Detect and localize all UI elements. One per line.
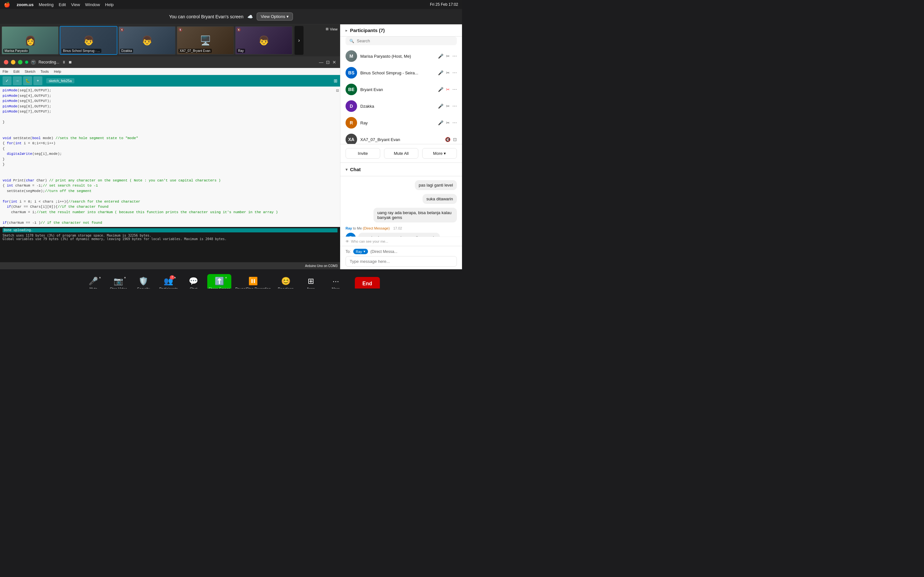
share-screen-icon: ⬆️ ▴ — [215, 277, 224, 285]
chat-message: uang ray ada berapa, bisa belanja kalau … — [346, 208, 457, 222]
participant-list: M Marisa Paryasto (Host, Me) 🎤 ✂ ⋯ BS Bi… — [341, 48, 462, 144]
video-slash-icon[interactable]: ✂ — [446, 87, 450, 92]
arduino-minimize-btn[interactable] — [11, 60, 15, 64]
mic-muted-icon[interactable]: 🔇 — [445, 137, 451, 142]
expand-editor-icon[interactable]: ⊡ — [336, 88, 339, 93]
more-icon[interactable]: ⋯ — [452, 87, 457, 92]
eye-icon: 👁 — [346, 239, 349, 243]
participant-item[interactable]: D Dzakka 🎤 ✂ ⋯ — [341, 98, 462, 114]
dm-direct-message: (Direct Message) — [363, 226, 390, 230]
arduino-fullscreen-btn[interactable] — [18, 60, 23, 64]
video-icon[interactable]: ✂ — [446, 103, 450, 109]
participant-controls: 🎤 ✂ ⋯ — [438, 103, 457, 109]
reactions-button[interactable]: 😊 Reactions — [275, 274, 297, 288]
verify-btn[interactable]: ✓ — [3, 76, 11, 85]
apple-menu[interactable]: 🍎 — [4, 2, 10, 8]
avatar: R — [346, 117, 357, 129]
menu-window[interactable]: Window — [85, 2, 100, 7]
participant-item[interactable]: BE Bryant Evan 🎤 ✂ ⋯ — [341, 81, 462, 98]
mic-icon[interactable]: 🎤 — [438, 53, 443, 59]
participant-item[interactable]: BS Binus School Simprug - Seira... 🎤 ✂ ⋯ — [341, 64, 462, 81]
upload-btn[interactable]: → — [13, 76, 22, 85]
chat-bubble: pas lagi ganti level — [415, 180, 457, 190]
arduino-editor[interactable]: pinMode(seg[3],OUTPUT); pinMode(seg[4],O… — [0, 87, 340, 227]
thumb-label-3: XA7_07_Bryant Evan — [178, 49, 212, 53]
participant-controls: 🎤 ✂ ⋯ — [438, 53, 457, 59]
code-line-3: pinMode(seg[5],OUTPUT); — [3, 98, 338, 104]
thumb-3[interactable]: 🖥️ 🔇 XA7_07_Bryant Evan — [176, 26, 234, 55]
end-button[interactable]: End — [355, 277, 380, 288]
mute-all-button[interactable]: Mute All — [384, 148, 419, 159]
thumb-0[interactable]: 👩 Marisa Paryasto — [1, 26, 59, 55]
participant-item[interactable]: XA XA7_07_Bryant Evan 🔇 ⊡ — [341, 131, 462, 144]
mic-icon[interactable]: 🎤 — [438, 120, 443, 125]
more-icon[interactable]: ⋯ — [452, 53, 457, 59]
code-line-24: charNum = i;//set the result number into… — [3, 210, 338, 215]
restore-icon[interactable]: ⊡ — [326, 60, 330, 65]
pause-recording-button[interactable]: ⏸️ Pause/Stop Recording — [234, 274, 272, 288]
to-recipient-badge[interactable]: Ray ▾ — [353, 249, 368, 254]
video-icon[interactable]: ✂ — [446, 53, 450, 59]
menu-help[interactable]: Help — [105, 2, 114, 7]
avatar: D — [346, 100, 357, 112]
arduino-menu-help[interactable]: Help — [54, 69, 61, 73]
stop-btn[interactable]: ⏹ — [68, 60, 72, 64]
recording-label: Recording... — [39, 60, 59, 64]
arduino-menu-tools[interactable]: Tools — [40, 69, 49, 73]
mic-icon[interactable]: 🎤 — [438, 103, 443, 109]
menu-meeting[interactable]: Meeting — [39, 2, 53, 7]
participants-section: ▸ Participants (7) 🔍 M Marisa Paryasto (… — [341, 24, 462, 163]
thumb-1[interactable]: 👦 Binus School Simprug - ... — [60, 26, 118, 55]
mic-icon[interactable]: 🎤 — [438, 87, 443, 92]
serial-monitor-btn[interactable]: + — [33, 76, 42, 85]
chat-button[interactable]: 💬 Chat — [182, 274, 205, 288]
video-icon[interactable]: ⊡ — [453, 137, 457, 142]
window-controls: — ⊡ ✕ — [319, 60, 336, 65]
participant-item[interactable]: M Marisa Paryasto (Host, Me) 🎤 ✂ ⋯ — [341, 48, 462, 64]
apps-button[interactable]: ⊞ Apps — [300, 274, 322, 288]
pause-btn[interactable]: ⏸ — [62, 60, 66, 64]
expand-icon[interactable]: ⊞ — [334, 78, 338, 83]
more-button[interactable]: More ▾ — [422, 148, 457, 159]
mute-button[interactable]: 🎤 ▴ Mute — [82, 274, 105, 288]
code-line-26: if(charNum == -1 )// if the character no… — [3, 220, 338, 226]
arduino-menu-file[interactable]: File — [3, 69, 8, 73]
minimize-icon[interactable]: — — [319, 60, 323, 65]
more-button[interactable]: ··· More — [325, 274, 347, 288]
view-options-button[interactable]: View Options ▾ — [257, 13, 293, 21]
stop-video-button[interactable]: 📷 ▴ Stop Video — [107, 274, 129, 288]
video-icon[interactable]: ✂ — [446, 70, 450, 75]
more-icon[interactable]: ⋯ — [452, 70, 457, 75]
thumbnail-next-button[interactable]: › — [294, 26, 304, 55]
participant-item[interactable]: R Ray 🎤 ✂ ⋯ — [341, 114, 462, 131]
security-button[interactable]: 🛡️ Security — [132, 274, 155, 288]
menu-edit[interactable]: Edit — [59, 2, 66, 7]
arduino-menu-edit[interactable]: Edit — [13, 69, 19, 73]
mic-icon[interactable]: 🎤 — [438, 70, 443, 75]
app-name[interactable]: zoom.us — [17, 2, 34, 7]
share-screen-button[interactable]: ⬆️ ▴ Share Screen — [207, 274, 231, 288]
menubar-right: Fri 25 Feb 17:02 — [430, 2, 458, 7]
participants-button[interactable]: 👥 ▴ 7 Participants — [157, 274, 180, 288]
debug-btn[interactable]: 🐛 — [23, 76, 32, 85]
more-icon[interactable]: ⋯ — [452, 103, 457, 109]
close-icon[interactable]: ✕ — [333, 60, 336, 65]
arduino-menu-sketch[interactable]: Sketch — [25, 69, 36, 73]
code-line-9 — [3, 130, 338, 135]
arduino-close-btn[interactable] — [4, 60, 8, 64]
view-button[interactable]: ⊞ View — [326, 27, 338, 31]
chat-text-input[interactable] — [346, 256, 457, 267]
mute-label: Mute — [89, 287, 97, 288]
participant-controls: 🎤 ✂ ⋯ — [438, 70, 457, 75]
invite-button[interactable]: Invite — [346, 148, 380, 159]
menu-view[interactable]: View — [71, 2, 80, 7]
chat-label: Chat — [190, 287, 197, 288]
thumb-4[interactable]: 👦 🔇 Ray — [235, 26, 292, 55]
dm-bubble: ngecheck gems nya berapa dimana mis — [359, 233, 440, 237]
participants-collapse-toggle[interactable]: ▸ Participants (7) — [341, 24, 462, 37]
code-line-12: { — [3, 146, 338, 152]
video-icon[interactable]: ✂ — [446, 120, 450, 125]
thumb-2[interactable]: 👦 🔇 Dzakka — [118, 26, 176, 55]
search-input[interactable] — [357, 39, 453, 43]
more-icon[interactable]: ⋯ — [452, 120, 457, 125]
